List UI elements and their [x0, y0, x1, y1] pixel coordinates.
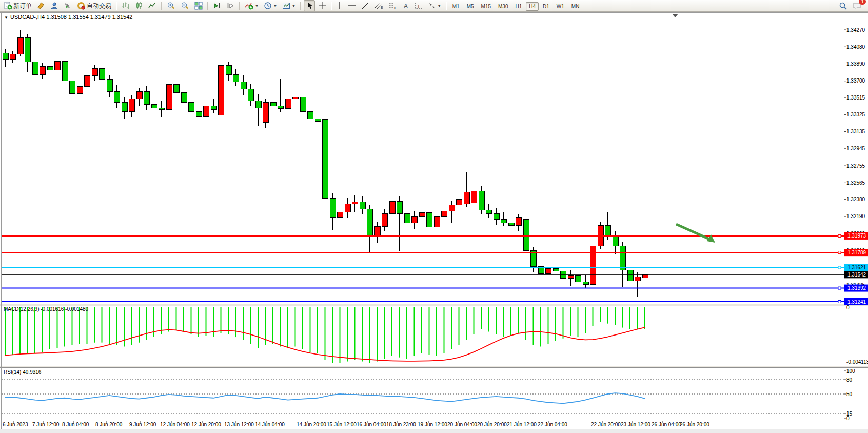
symbol-period: USDCAD-,H4 [10, 14, 45, 20]
timeframe-m1-button[interactable]: M1 [449, 2, 463, 11]
ohlc-values: 1.31508 1.31554 1.31479 1.31542 [46, 14, 132, 20]
bull-candle [546, 268, 551, 273]
price-axis-label: 1.32190 [846, 213, 865, 219]
bull-candle [419, 213, 425, 216]
svg-text:A: A [404, 3, 408, 10]
bull-candle [55, 61, 61, 70]
bear-candle [151, 104, 157, 108]
time-axis-label: 14 Jun 04:00 [255, 422, 285, 427]
auto-scroll-button[interactable] [211, 0, 223, 11]
bear-candle [70, 81, 75, 93]
price-axis-label: 1.33515 [846, 95, 865, 101]
bear-candle [427, 213, 432, 227]
rsi-level-label: 100 [846, 368, 855, 374]
channel-tool-button[interactable]: E [372, 0, 385, 11]
line-anchor-handle[interactable] [838, 301, 841, 303]
chart-title: ▼USDCAD-,H4 1.31508 1.31554 1.31479 1.31… [4, 14, 132, 20]
chart-shift-marker[interactable] [672, 14, 678, 17]
timeframe-m5-button[interactable]: M5 [464, 2, 477, 11]
bull-candle [219, 66, 224, 115]
line-anchor-handle[interactable] [838, 266, 841, 269]
text-label-tool-button[interactable]: T [412, 0, 425, 11]
indicators-button[interactable]: ▼ [243, 0, 261, 11]
new-order-button[interactable]: 新订单 [2, 0, 34, 11]
zoom-out-button[interactable] [179, 0, 191, 11]
template-icon [282, 2, 290, 10]
timeframe-buttons: M1M5M15M30H1H4D1W1MN [449, 1, 583, 10]
timeframe-h4-button[interactable]: H4 [526, 2, 539, 11]
vertical-line-tool-button[interactable] [334, 0, 345, 11]
chart-canvas[interactable]: 1.342701.340801.338901.337001.335151.333… [0, 0, 868, 433]
bear-candle [531, 250, 537, 266]
price-tag-label: 1.31621 [847, 265, 866, 270]
bear-candle [233, 74, 239, 82]
auto-scroll-icon [213, 2, 221, 10]
timeframe-d1-button[interactable]: D1 [540, 2, 553, 11]
arrows-tool-button[interactable]: ▼ [426, 0, 443, 11]
text-tool-button[interactable]: A [400, 0, 411, 11]
bar-chart-type-button[interactable] [120, 0, 132, 11]
line-anchor-handle[interactable] [838, 287, 841, 289]
market-watch-button[interactable] [48, 0, 61, 11]
chart-shift-icon [226, 2, 234, 10]
bull-candle [263, 103, 269, 122]
bear-candle [122, 103, 127, 111]
line-chart-type-button[interactable] [146, 0, 159, 11]
profiles-button[interactable] [35, 0, 47, 11]
line-anchor-handle[interactable] [838, 251, 841, 254]
timeframe-w1-button[interactable]: W1 [554, 2, 567, 11]
tile-windows-button[interactable] [192, 0, 205, 11]
fibonacci-tool-button[interactable]: F [386, 0, 399, 11]
bear-candle [576, 275, 581, 282]
chevron-down-icon: ▼ [292, 4, 295, 8]
time-axis-label: 26 Jun 20:00 [680, 422, 709, 427]
chevron-down-icon: ▼ [438, 4, 441, 8]
periods-button[interactable]: ▼ [262, 0, 279, 11]
fibonacci-icon: F [388, 2, 397, 10]
rsi-levels: 1008050150 [2, 368, 855, 421]
price-axis: 1.342701.340801.338901.337001.335151.333… [844, 27, 865, 288]
macd-axis: 0-0.004113 [846, 305, 868, 365]
toolbar-separator [116, 2, 117, 10]
time-axis-label: 23 Jun 12:00 [621, 422, 650, 427]
cursor-tool-button[interactable] [304, 0, 315, 11]
auto-trading-button[interactable]: 自动交易 [75, 0, 113, 11]
text-label-icon: T [415, 2, 423, 10]
bear-candle [114, 92, 120, 103]
bull-candle [285, 99, 291, 109]
svg-text:E: E [381, 6, 383, 9]
timeframe-m15-button[interactable]: M15 [478, 2, 494, 11]
crosshair-tool-button[interactable] [316, 0, 328, 11]
candlestick-type-button[interactable] [133, 0, 145, 11]
time-axis-label: 20 Jun 20:00 [477, 422, 507, 427]
horizontal-line-icon [348, 2, 356, 10]
templates-button[interactable]: ▼ [280, 0, 298, 11]
bull-candle [449, 205, 455, 211]
signals-button[interactable] [62, 0, 74, 11]
timeframe-m30-button[interactable]: M30 [495, 2, 511, 11]
horizontal-line-tool-button[interactable] [346, 0, 358, 11]
trend-arrow[interactable] [676, 224, 715, 243]
time-axis-label: 12 Jun 20:00 [191, 422, 221, 427]
time-axis-label: 6 Jun 2023 [3, 422, 28, 427]
macd-indicator-label: MACD(12,26,9) -0.001616 -0.001480 [4, 306, 88, 312]
timeframe-mn-button[interactable]: MN [568, 2, 583, 11]
zoom-in-button[interactable] [165, 0, 177, 11]
bear-candle [270, 103, 276, 106]
timeframe-h1-button[interactable]: H1 [512, 2, 525, 11]
price-line-objects: 1.319731.317891.316211.315421.313921.312… [2, 232, 868, 305]
bear-candle [3, 53, 8, 59]
line-anchor-handle[interactable] [838, 234, 841, 237]
notifications-button[interactable]: 1 [851, 0, 864, 11]
bear-candle [360, 202, 365, 209]
search-button[interactable] [837, 0, 850, 11]
bull-candle [389, 201, 395, 213]
chart-shift-button[interactable] [224, 0, 236, 11]
time-axis-label: 20 Jun 04:00 [447, 422, 477, 427]
trendline-tool-button[interactable] [359, 0, 371, 11]
arrows-icon [428, 2, 436, 10]
bear-candle [404, 214, 410, 223]
bear-candle [486, 210, 492, 214]
bear-candle [315, 119, 321, 121]
symbol-dropdown-icon[interactable]: ▼ [4, 15, 8, 20]
